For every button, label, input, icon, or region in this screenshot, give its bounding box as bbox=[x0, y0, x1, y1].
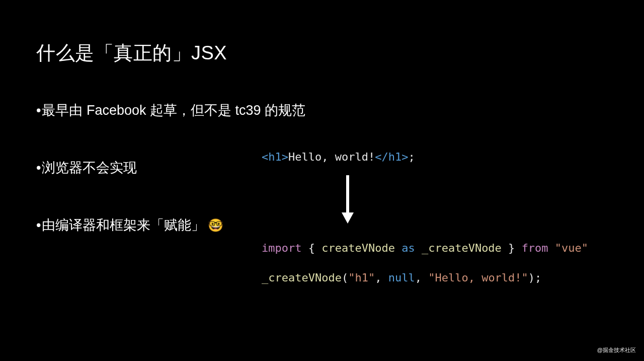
bullet-1-text: 最早由 Facebook 起草，但不是 tc39 的规范 bbox=[42, 101, 305, 119]
slide: 什么是「真正的」JSX • 最早由 Facebook 起草，但不是 tc39 的… bbox=[0, 0, 644, 361]
code-token: "Hello, world!" bbox=[428, 271, 528, 284]
code-jsx-line: <h1>Hello, world!</h1>; bbox=[262, 149, 588, 165]
nerd-face-icon: 🤓 bbox=[208, 218, 223, 233]
code-token: , bbox=[375, 271, 388, 284]
code-token: > bbox=[401, 151, 408, 163]
code-token: _createVNode bbox=[422, 242, 502, 254]
bullet-dot: • bbox=[36, 160, 41, 176]
arrow-down-icon bbox=[340, 174, 588, 225]
code-token: ( bbox=[342, 271, 348, 284]
code-token: Hello, world! bbox=[288, 151, 375, 163]
code-token: from bbox=[522, 242, 548, 254]
bullet-dot: • bbox=[36, 103, 41, 118]
code-token: h1 bbox=[388, 151, 402, 163]
code-token: < bbox=[262, 151, 268, 163]
code-token: ) bbox=[528, 271, 535, 284]
code-token: import bbox=[262, 242, 301, 254]
code-token: createVNode bbox=[321, 242, 395, 254]
code-token: > bbox=[282, 151, 288, 163]
code-token: </ bbox=[375, 151, 388, 163]
bullet-3-text: 由编译器和框架来「赋能」 bbox=[42, 216, 205, 234]
code-call-line: _createVNode("h1", null, "Hello, world!"… bbox=[262, 269, 588, 286]
code-token: "vue" bbox=[555, 242, 588, 254]
slide-title: 什么是「真正的」JSX bbox=[36, 40, 608, 66]
svg-marker-1 bbox=[342, 212, 354, 224]
code-token: { bbox=[301, 242, 321, 254]
credit-text: @掘金技术社区 bbox=[597, 346, 636, 354]
code-token: "h1" bbox=[348, 271, 375, 284]
code-token: } bbox=[502, 242, 522, 254]
code-area: <h1>Hello, world!</h1>; import { createV… bbox=[262, 149, 588, 286]
code-token bbox=[548, 242, 555, 254]
code-token: _createVNode bbox=[262, 271, 342, 284]
code-import-line: import { createVNode as _createVNode } f… bbox=[262, 240, 588, 256]
bullet-dot: • bbox=[36, 218, 41, 233]
code-token: ; bbox=[408, 151, 415, 163]
code-token: ; bbox=[535, 271, 541, 284]
bullet-2-text: 浏览器不会实现 bbox=[42, 159, 137, 177]
bullet-1: • 最早由 Facebook 起草，但不是 tc39 的规范 bbox=[36, 101, 608, 119]
code-token: , bbox=[415, 271, 429, 284]
code-token: as bbox=[395, 242, 422, 254]
code-token: null bbox=[388, 271, 415, 284]
code-token: h1 bbox=[268, 151, 282, 163]
